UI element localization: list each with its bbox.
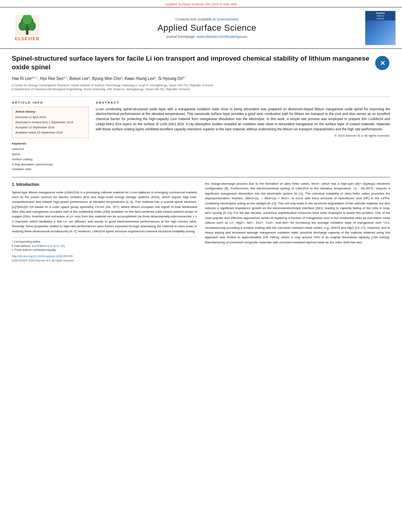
body-left-column: 1. Introduction Spinel-type lithium mang… bbox=[12, 182, 197, 263]
body-content: 1. Introduction Spinel-type lithium mang… bbox=[12, 182, 390, 263]
article-container: Spinel-structured surface layers for fac… bbox=[0, 49, 402, 267]
intro-paragraph-2: the charge-discharge process due to the … bbox=[205, 182, 390, 245]
equal-contrib-note: 1 These authors contributed equally. bbox=[12, 248, 197, 252]
keyword-4: X-Ray absorption spectroscopy bbox=[12, 162, 89, 167]
cover-visual bbox=[365, 20, 395, 45]
crossmark-icon: ✕ bbox=[375, 56, 389, 70]
article-title-section: Spinel-structured surface layers for fac… bbox=[12, 54, 390, 72]
keyword-1: LiMn2O4 bbox=[12, 147, 89, 152]
article-info-column: ARTICLE INFO Article history: Received 1… bbox=[12, 101, 89, 172]
journal-cover-image: AppliedSurfaceScience bbox=[365, 11, 396, 45]
sciencedirect-link[interactable]: ScienceDirect bbox=[217, 17, 239, 21]
keyword-3: Surface coating bbox=[12, 157, 89, 162]
received-date: Received 11 April 2016 bbox=[15, 115, 85, 120]
keywords-label: Keywords: bbox=[12, 141, 89, 146]
article-info-header: ARTICLE INFO bbox=[12, 101, 89, 104]
cover-img-container: AppliedSurfaceScience bbox=[365, 11, 396, 45]
article-title: Spinel-structured surface layers for fac… bbox=[12, 54, 371, 72]
journal-homepage-line: journal homepage: www.elsevier.com/locat… bbox=[53, 35, 361, 39]
copyright-notice: © 2016 Elsevier B.V. All rights reserved… bbox=[96, 134, 390, 137]
affiliation-a: a Center for Energy Convergence Research… bbox=[12, 83, 390, 88]
doi-url[interactable]: http://dx.doi.org/10.1016/j.apsusc.2016.… bbox=[12, 254, 73, 258]
rights-notice: 0169-4332/© 2016 Elsevier B.V. All right… bbox=[12, 259, 197, 263]
journal-title: Applied Surface Science bbox=[53, 23, 361, 33]
doi-link: http://dx.doi.org/10.1016/j.apsusc.2016.… bbox=[12, 254, 197, 258]
body-right-column: the charge-discharge process due to the … bbox=[205, 182, 390, 263]
article-history-box: Article history: Received 11 April 2016 … bbox=[12, 107, 89, 138]
body-divider bbox=[12, 177, 390, 178]
journal-ref-text: Applied Surface Science 392 (2017) 448–4… bbox=[165, 2, 237, 6]
elsevier-logo: ELSEVIER bbox=[6, 15, 49, 41]
available-date: Available online 15 September 2016 bbox=[15, 130, 85, 135]
article-page: Applied Surface Science 392 (2017) 448–4… bbox=[0, 0, 402, 532]
keyword-2: Spinel bbox=[12, 152, 89, 157]
email-note: E-mail address: sho74@kist.re.kr (S.H. O… bbox=[12, 244, 197, 248]
crossmark-badge[interactable]: ✕ bbox=[375, 56, 390, 71]
intro-paragraph-1: Spinel-type lithium manganese oxide (LiM… bbox=[12, 190, 197, 234]
journal-header: ELSEVIER Contents lists available at Sci… bbox=[0, 7, 402, 49]
affiliation-b: b Department of Chemical and Biological … bbox=[12, 87, 390, 92]
journal-reference-bar: Applied Surface Science 392 (2017) 448–4… bbox=[0, 0, 402, 7]
introduction-title: 1. Introduction bbox=[12, 182, 197, 188]
corresponding-author-note: * Corresponding author. bbox=[12, 240, 197, 244]
journal-homepage-link[interactable]: www.elsevier.com/locate/apsusc bbox=[197, 35, 248, 39]
keyword-5: Oxidation state bbox=[12, 167, 89, 172]
footnote-area: * Corresponding author. E-mail address: … bbox=[12, 237, 197, 263]
accepted-date: Accepted 13 September 2016 bbox=[15, 125, 85, 130]
abstract-text: Li-ion conducting spinel-structured oxid… bbox=[96, 107, 390, 132]
keywords-box: Keywords: LiMn2O4 Spinel Surface coating… bbox=[12, 141, 89, 172]
received-revised-date: Received in revised form 1 September 201… bbox=[15, 120, 85, 125]
journal-center-info: Contents lists available at ScienceDirec… bbox=[53, 17, 361, 39]
elsevier-tree-icon bbox=[15, 15, 39, 35]
info-abstract-section: ARTICLE INFO Article history: Received 1… bbox=[12, 96, 390, 172]
abstract-column: ABSTRACT Li-ion conducting spinel-struct… bbox=[96, 101, 390, 172]
history-label: Article history: bbox=[15, 109, 85, 114]
cover-title: AppliedSurfaceScience bbox=[365, 11, 395, 20]
author-email-link[interactable]: sho74@kist.re.kr (S.H. Oh). bbox=[32, 245, 66, 247]
elsevier-brand-text: ELSEVIER bbox=[15, 36, 39, 41]
affiliations: a Center for Energy Convergence Research… bbox=[12, 83, 390, 92]
sciencedirect-availability: Contents lists available at ScienceDirec… bbox=[53, 17, 361, 21]
abstract-header: ABSTRACT bbox=[96, 101, 390, 104]
authors-line: Hae Ri Leea,b,1, Hyo Ree Seoa,1, Boeun L… bbox=[12, 76, 390, 82]
